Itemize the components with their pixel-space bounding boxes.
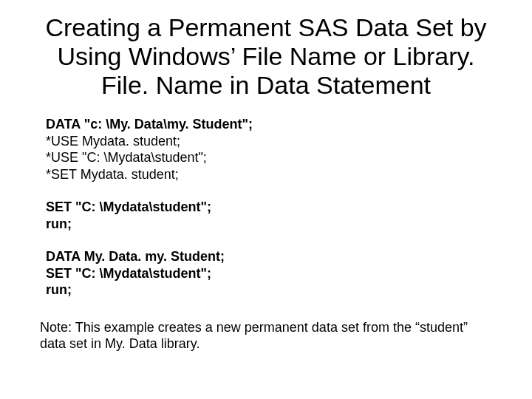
- code-line: run;: [46, 282, 495, 299]
- code-line: DATA My. Data. my. Student;: [46, 248, 495, 265]
- code-block-2: SET "C: \Mydata\student"; run;: [46, 199, 495, 232]
- code-line: DATA "c: \My. Data\my. Student";: [46, 116, 495, 133]
- code-line: *USE "C: \Mydata\student";: [46, 149, 495, 166]
- code-block-1: DATA "c: \My. Data\my. Student"; *USE My…: [46, 116, 495, 183]
- note-text: Note: This example creates a new permane…: [40, 319, 495, 352]
- code-line: SET "C: \Mydata\student";: [46, 199, 495, 216]
- slide-title: Creating a Permanent SAS Data Set by Usi…: [37, 13, 495, 100]
- code-block-3: DATA My. Data. my. Student; SET "C: \Myd…: [46, 248, 495, 299]
- code-line: *SET Mydata. student;: [46, 166, 495, 183]
- code-line: run;: [46, 216, 495, 233]
- code-line: *USE Mydata. student;: [46, 133, 495, 150]
- code-line: SET "C: \Mydata\student";: [46, 265, 495, 282]
